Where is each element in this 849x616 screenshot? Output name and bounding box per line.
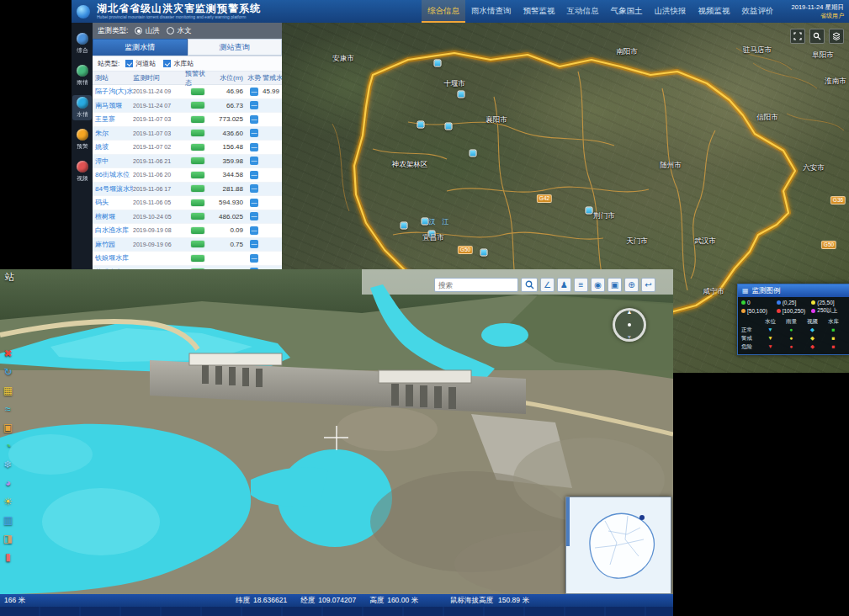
station-marker[interactable] [480, 249, 488, 257]
station-name-link[interactable]: 84号堰滚水坝 [93, 184, 133, 194]
map-city-label: 驻马店市 [743, 45, 772, 56]
viewer-side-tool-icon[interactable]: ▦ [2, 384, 14, 396]
viewer-map-tool-icon[interactable]: ≡ [574, 278, 588, 292]
table-header: 测站 监测时间 预警状态 水位(m) 水势 警戒水位 [93, 72, 282, 85]
sidebar-item[interactable]: 水情 [72, 95, 92, 120]
station-marker[interactable] [434, 60, 442, 67]
fullscreen-icon[interactable] [790, 29, 805, 44]
station-type-option[interactable]: 水库站 [163, 59, 194, 68]
table-row[interactable]: 朱尔 2019-11-07 03 436.60 — [93, 127, 282, 141]
station-name-link[interactable]: 潭中 [93, 157, 133, 166]
viewer-map-tool-icon[interactable]: ⊕ [624, 278, 639, 292]
legend-row: 危险 ▼●◆■ [741, 343, 846, 351]
lon-label: 经度 [300, 596, 315, 606]
lat-value: 18.636621 [253, 596, 287, 606]
viewer-side-tool-icon[interactable]: ≈ [2, 402, 14, 415]
station-name-link[interactable]: 隔子沟(大)水位 [93, 87, 133, 96]
layers-icon[interactable] [829, 29, 844, 44]
col-header-trend: 水势 [246, 73, 263, 82]
map-city-label: 安康市 [332, 54, 354, 64]
nav-item[interactable]: 效益评价 [736, 0, 780, 23]
trend-steady-icon: — [250, 240, 258, 248]
table-row[interactable]: 檀树堰 2019-10-24 05 486.025 — [93, 210, 282, 225]
sidebar-item[interactable]: 预警 [72, 127, 92, 152]
table-row[interactable]: 白水渔水库 2019-09-19 08 0.09 — [93, 224, 282, 238]
station-name-link[interactable]: 南马颈堰 [93, 101, 133, 110]
viewer-map-tool-icon[interactable]: ▣ [608, 278, 622, 292]
viewer-side-tool-icon[interactable]: ▮ [2, 550, 14, 563]
table-row[interactable]: 铁娘堰水库 — [93, 252, 282, 266]
viewer-map-tool-icon[interactable]: ∠ [540, 278, 555, 292]
station-name-link[interactable]: 朱尔 [93, 129, 133, 138]
nav-item[interactable]: 雨水情查询 [465, 0, 517, 23]
table-row[interactable]: 码头 2019-11-06 05 594.930 — [93, 196, 282, 210]
viewer-side-tool-icon[interactable]: ▣ [2, 421, 14, 433]
nav-item[interactable]: 山洪快报 [649, 0, 692, 23]
sidebar-item[interactable]: 雨情 [72, 63, 92, 88]
station-marker[interactable] [458, 91, 465, 98]
station-name-link[interactable]: 檀树堰 [93, 212, 133, 221]
station-name-link[interactable]: 白水渔水库 [93, 226, 133, 235]
table-row[interactable]: 姚坡 2019-11-07 02 156.48 — [93, 141, 282, 155]
station-trend-cell: — [246, 88, 263, 96]
nav-item[interactable]: 综合信息 [422, 0, 465, 23]
search-input[interactable] [434, 278, 518, 292]
table-row[interactable]: 潭中 2019-11-06 21 359.98 — [93, 155, 282, 169]
viewer-side-tool-icon[interactable]: ◔ [2, 439, 14, 452]
viewer-side-tool-icon[interactable]: ☀ [2, 495, 14, 507]
trend-steady-icon: — [250, 157, 258, 165]
nav-item[interactable]: 气象国土 [605, 0, 649, 23]
overview-map[interactable] [565, 497, 671, 594]
viewer-side-tool-icon[interactable]: ◨ [2, 532, 14, 544]
sidebar-item-icon [77, 97, 88, 109]
station-marker[interactable] [401, 222, 408, 230]
viewer-map-tool-icon[interactable]: ♟ [557, 278, 571, 292]
panel-tab[interactable]: 测站查询 [188, 39, 283, 56]
sidebar-item-label: 视频 [77, 174, 88, 183]
station-status-cell [185, 144, 210, 151]
viewer-side-tool-icon[interactable]: ▥ [2, 513, 14, 526]
station-name-link[interactable]: 码头 [93, 198, 133, 207]
compass[interactable]: ▲ ▼ [613, 308, 646, 342]
sidebar-item[interactable]: 视频 [72, 159, 92, 184]
station-name-link[interactable]: 王呈寨 [93, 114, 133, 124]
nav-item[interactable]: 视频监视 [692, 0, 736, 23]
table-row[interactable]: 麻竹园 2019-09-19 06 0.75 — [93, 238, 282, 252]
monitor-type-option[interactable]: 水文 [167, 26, 191, 36]
monitor-type-option[interactable]: 山洪 [135, 26, 159, 36]
station-name-link[interactable]: 麻竹园 [93, 240, 133, 249]
sidebar-item-icon [77, 129, 88, 141]
viewer-map-tool-icon[interactable]: ↩ [641, 278, 655, 292]
table-row[interactable]: 南马颈堰 2019-11-24 07 66.73 — [93, 99, 282, 114]
table-row[interactable]: 王呈寨 2019-11-07 03 773.025 — [93, 113, 282, 127]
station-marker[interactable] [417, 121, 425, 129]
station-marker[interactable] [422, 218, 429, 226]
search-icon[interactable] [809, 29, 825, 44]
search-button[interactable] [521, 278, 538, 292]
lat-label: 纬度 [236, 596, 250, 606]
station-water-level: 156.48 [210, 143, 246, 151]
viewer-side-tool-icon[interactable]: ✖ [2, 347, 14, 359]
station-marker[interactable] [586, 207, 593, 215]
table-row[interactable]: 86街城水位 2019-11-06 20 344.58 — [93, 168, 282, 183]
station-marker[interactable] [470, 150, 477, 157]
station-name-link[interactable]: 86街城水位 [93, 170, 133, 179]
station-status-cell [185, 199, 210, 206]
sidebar-item[interactable]: 综合 [72, 31, 92, 56]
current-user: 省级用户 [792, 12, 844, 19]
station-trend-cell: — [246, 129, 263, 137]
nav-item[interactable]: 预警监视 [517, 0, 561, 23]
viewer-side-tool-icon[interactable]: ↻ [2, 365, 14, 378]
viewer-side-tool-icon[interactable]: ❄ [2, 458, 14, 470]
viewer-map-tool-icon[interactable]: ◉ [591, 278, 605, 292]
station-name-link[interactable]: 姚坡 [93, 142, 133, 151]
station-name-link[interactable]: 铁娘堰水库 [93, 253, 133, 263]
station-type-option[interactable]: 河道站 [125, 59, 156, 68]
table-row[interactable]: 84号堰滚水坝 2019-11-06 17 281.88 — [93, 183, 282, 197]
viewer-side-tool-icon[interactable]: ◕ [2, 476, 14, 489]
nav-item[interactable]: 互动信息 [561, 0, 605, 23]
panel-tab[interactable]: 监测水情 [93, 39, 188, 56]
map-city-label: 淮南市 [825, 77, 846, 87]
station-marker[interactable] [445, 123, 453, 130]
legend-marker-icon: ▼ [760, 326, 781, 334]
